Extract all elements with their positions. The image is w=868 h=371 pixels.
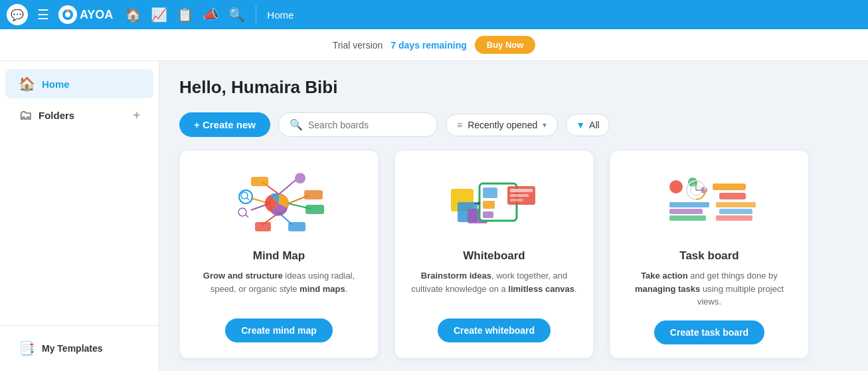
add-folder-button[interactable]: + [133,108,140,122]
navbar: 💬 ☰ AYOA 🏠 📈 📋 📣 🔍 Home [0,0,868,29]
mind-map-desc: Grow and structure ideas using radial, s… [193,269,365,307]
logo-icon [58,5,77,24]
mind-map-illustration [193,167,365,240]
filter-icon: ▼ [576,120,585,130]
trial-days-remaining: 7 days remaining [391,40,466,51]
buy-now-button[interactable]: Buy Now [475,36,536,54]
svg-rect-31 [510,189,533,192]
navbar-divider [256,5,256,24]
svg-rect-46 [716,215,752,221]
create-task-board-button[interactable]: Create task board [654,320,764,344]
taskboard-title: Task board [679,249,738,263]
svg-rect-33 [510,199,523,201]
sidebar-templates-label: My Templates [42,343,103,354]
recently-opened-button[interactable]: ≡ Recently opened ▾ [446,114,558,136]
svg-rect-42 [669,209,703,214]
home-icon: 🏠 [19,76,35,92]
search-nav-icon[interactable]: 🔍 [228,7,245,23]
svg-rect-32 [510,194,529,197]
svg-rect-45 [719,209,752,214]
megaphone-nav-icon[interactable]: 📣 [203,7,219,23]
whiteboard-desc: Brainstorm ideas, work together, and cul… [408,269,580,307]
sidebar-item-folders[interactable]: 🗂 Folders + [5,101,153,130]
recently-opened-label: Recently opened [468,120,537,130]
svg-rect-13 [288,222,305,231]
whiteboard-title: Whiteboard [463,249,525,263]
svg-line-19 [247,198,249,200]
taskboard-illustration [624,167,795,240]
svg-point-1 [65,12,70,17]
folder-icon: 🗂 [19,108,32,123]
svg-rect-11 [305,205,324,214]
svg-rect-40 [719,193,746,199]
svg-line-22 [246,215,248,217]
sidebar: 🏠 Home 🗂 Folders + 📑 My Templates [0,61,159,371]
mind-map-card: Mind Map Grow and structure ideas using … [179,150,379,358]
create-mind-map-button[interactable]: Create mind map [225,318,333,342]
svg-point-21 [238,208,246,216]
whiteboard-card: Whiteboard Brainstorm ideas, work togeth… [394,150,594,358]
search-box: 🔍 [278,112,438,137]
svg-rect-29 [483,211,493,218]
svg-rect-28 [483,201,495,209]
navbar-logo: AYOA [58,5,113,24]
mind-map-title: Mind Map [253,249,305,263]
chevron-down-icon: ▾ [543,120,547,130]
page-title: Hello, Humaira Bibi [179,77,848,98]
sidebar-bottom: 📑 My Templates [0,325,159,364]
toolbar: + Create new 🔍 ≡ Recently opened ▾ ▼ All [179,112,848,137]
trial-banner: Trial version 7 days remaining Buy Now [0,29,868,61]
filter-button[interactable]: ▼ All [566,114,609,136]
svg-point-7 [295,173,305,184]
board-nav-icon[interactable]: 📋 [177,7,193,23]
sidebar-item-templates[interactable]: 📑 My Templates [5,334,153,363]
svg-rect-15 [255,222,271,231]
svg-line-6 [279,180,296,194]
chat-icon: 💬 [11,9,24,21]
navbar-home-label: Home [267,9,294,21]
svg-point-18 [241,192,248,199]
svg-rect-5 [251,177,268,186]
templates-icon: 📑 [19,340,35,356]
navbar-icons: 🏠 📈 📋 📣 🔍 [125,7,245,23]
sidebar-item-home[interactable]: 🏠 Home [5,69,153,98]
search-icon: 🔍 [290,118,303,131]
whiteboard-illustration [408,167,580,240]
svg-rect-41 [669,202,709,207]
filter-label: All [589,120,600,130]
svg-point-36 [669,180,683,193]
cards-grid: Mind Map Grow and structure ideas using … [179,150,848,358]
main-layout: 🏠 Home 🗂 Folders + 📑 My Templates Hello,… [0,61,868,371]
svg-point-2 [66,9,69,12]
sidebar-home-label: Home [42,78,70,90]
search-input[interactable] [308,120,414,130]
create-new-button[interactable]: + Create new [179,112,270,137]
hamburger-icon[interactable]: ☰ [33,7,53,23]
svg-rect-39 [713,184,746,190]
filter-list-icon: ≡ [457,120,462,130]
svg-rect-44 [716,202,756,207]
create-whiteboard-button[interactable]: Create whiteboard [438,318,551,342]
main-content: Hello, Humaira Bibi + Create new 🔍 ≡ Rec… [159,61,868,371]
logo-text: AYOA [80,8,113,22]
chat-bubble[interactable]: 💬 [7,4,28,25]
svg-rect-9 [304,190,323,199]
sidebar-folders-label: Folders [39,110,126,121]
taskboard-card: Task board Take action and get things do… [610,150,809,358]
trial-text: Trial version [333,40,383,51]
svg-rect-43 [669,215,706,221]
svg-rect-27 [483,187,497,198]
taskboard-desc: Take action and get things done by manag… [624,269,795,309]
home-nav-icon[interactable]: 🏠 [125,7,141,23]
chart-nav-icon[interactable]: 📈 [151,7,167,23]
